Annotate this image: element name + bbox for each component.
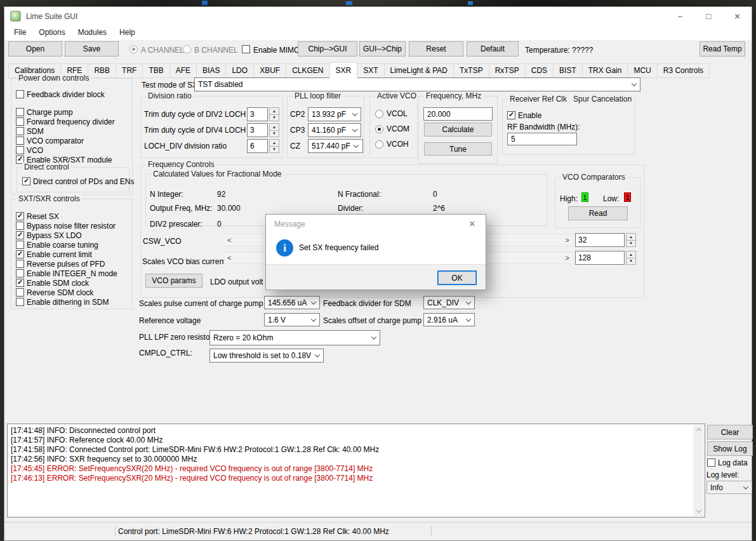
clear-log-button[interactable]: Clear (707, 425, 753, 439)
checkbox-row[interactable]: Reset SX (16, 212, 132, 220)
checkbox-row[interactable]: Enable SDM clock (16, 279, 132, 287)
show-log-button[interactable]: Show Log (707, 441, 753, 456)
tab[interactable]: BIST (553, 63, 583, 78)
ok-button[interactable]: OK (437, 270, 477, 285)
reference-voltage-select[interactable]: 1.6 V (264, 313, 320, 326)
slider-left-arrow-icon[interactable]: < (227, 236, 231, 244)
radio-button[interactable] (375, 140, 383, 149)
minimize-icon[interactable]: – (666, 7, 694, 25)
save-button[interactable]: Save (65, 41, 119, 57)
read-button[interactable]: Read (568, 206, 628, 220)
tab[interactable]: CLKGEN (286, 63, 329, 78)
tab[interactable]: TRX Gain (582, 63, 628, 78)
read-temp-button[interactable]: Read Temp (700, 41, 745, 57)
vco-bias-value[interactable]: 128 (575, 251, 625, 265)
checkbox[interactable] (16, 260, 24, 268)
log-data-checkbox-row[interactable]: Log data (707, 458, 748, 467)
tab[interactable]: MCU (627, 63, 657, 78)
checkbox[interactable] (16, 250, 24, 258)
tab[interactable]: LDO (225, 63, 254, 78)
default-button[interactable]: Default (467, 41, 519, 57)
tab[interactable]: TxTSP (453, 63, 489, 78)
tab[interactable]: SXR (329, 62, 358, 78)
spinner-down-icon[interactable]: ▼ (269, 146, 279, 154)
checkbox[interactable] (16, 288, 24, 297)
chip-to-gui-button[interactable]: Chip-->GUI (298, 41, 357, 57)
menu-item[interactable]: File (8, 25, 32, 40)
menu-item[interactable]: Help (113, 25, 142, 40)
b-channel-radio[interactable] (183, 45, 191, 53)
scrollbar-down-icon[interactable] (693, 506, 704, 516)
tab[interactable]: XBUF (253, 63, 286, 78)
tab[interactable]: RxTSP (489, 63, 526, 78)
checkbox[interactable] (22, 177, 30, 185)
spinner-value[interactable]: 3 (247, 107, 268, 121)
log-level-select[interactable]: Info (706, 481, 752, 494)
combo-select[interactable]: 517.440 pF (308, 139, 363, 153)
combo-select[interactable]: 13.932 pF (308, 107, 361, 121)
checkbox-row[interactable]: Enable coarse tuning (16, 241, 132, 249)
maximize-icon[interactable]: □ (694, 7, 723, 25)
csw-vco-value[interactable]: 32 (575, 233, 625, 247)
enable-mimo-checkbox[interactable] (242, 45, 250, 53)
checkbox[interactable] (16, 269, 24, 277)
pll-lpf-zero-select[interactable]: Rzero = 20 kOhm (209, 330, 380, 345)
radio-row[interactable]: VCOL (375, 109, 417, 118)
spinner-down-icon[interactable]: ▼ (626, 258, 636, 265)
checkbox-row[interactable]: Reverse pulses of PFD (16, 260, 132, 268)
tab[interactable]: TBB (142, 63, 169, 78)
slider-left-arrow-icon[interactable]: < (227, 254, 231, 262)
radio-button[interactable] (375, 125, 383, 133)
gui-to-chip-button[interactable]: GUI-->Chip (359, 41, 406, 57)
close-icon[interactable]: ✕ (723, 7, 752, 25)
checkbox-row[interactable]: Feedback divider block (16, 90, 132, 98)
rf-bandwidth-input[interactable]: 5 (507, 133, 577, 145)
calculate-button[interactable]: Calculate (424, 123, 492, 137)
checkbox[interactable] (16, 212, 24, 220)
menu-item[interactable]: Modules (72, 25, 113, 40)
checkbox[interactable] (707, 458, 715, 467)
checkbox-row[interactable]: VCO comparator (16, 137, 132, 145)
test-mode-select[interactable]: TST disabled (194, 77, 640, 91)
a-channel-radio[interactable] (129, 45, 138, 53)
menu-item[interactable]: Options (32, 25, 71, 40)
log-scrollbar[interactable] (693, 425, 704, 516)
feedback-divider-select[interactable]: CLK_DIV (423, 296, 475, 309)
checkbox[interactable] (507, 111, 515, 119)
checkbox[interactable] (16, 108, 24, 116)
slider-right-arrow-icon[interactable]: > (566, 236, 569, 244)
tune-button[interactable]: Tune (424, 142, 492, 156)
cmplo-ctrl-select[interactable]: Low threshold is set to 0.18V (209, 349, 324, 363)
radio-row[interactable]: VCOM (375, 124, 417, 133)
tab[interactable]: R3 Controls (657, 63, 710, 78)
spinner-down-icon[interactable]: ▼ (269, 114, 279, 122)
scrollbar-up-icon[interactable] (693, 425, 704, 435)
checkbox-row[interactable]: Charge pump (16, 108, 132, 116)
checkbox[interactable] (16, 222, 24, 230)
checkbox-row[interactable]: Enable INTEGER_N mode (16, 269, 132, 277)
enable-spur-checkbox-row[interactable]: Enable (507, 111, 634, 119)
tab[interactable]: SXT (357, 63, 384, 78)
checkbox[interactable] (16, 117, 24, 126)
spinner-down-icon[interactable]: ▼ (626, 240, 636, 248)
combo-select[interactable]: 41.160 pF (308, 123, 361, 137)
tab[interactable]: AFE (169, 63, 197, 78)
checkbox-row[interactable]: Direct control of PDs and ENs (22, 177, 129, 185)
checkbox[interactable] (16, 90, 24, 98)
charge-pump-current-select[interactable]: 145.656 uA (264, 296, 320, 309)
checkbox[interactable] (16, 231, 24, 239)
checkbox[interactable] (16, 241, 24, 249)
radio-button[interactable] (375, 110, 383, 118)
tab[interactable]: LimeLight & PAD (384, 63, 454, 78)
checkbox-row[interactable]: Enable current limit (16, 250, 132, 258)
checkbox-row[interactable]: Bypass SX LDO (16, 231, 132, 239)
spinner-down-icon[interactable]: ▼ (269, 130, 279, 138)
offset-charge-pump-select[interactable]: 2.916 uA (423, 313, 475, 326)
radio-row[interactable]: VCOH (375, 140, 417, 149)
checkbox-row[interactable]: Reverse SDM clock (16, 288, 132, 297)
frequency-input[interactable]: 20.000 (423, 107, 493, 121)
checkbox[interactable] (16, 127, 24, 135)
reset-button[interactable]: Reset (409, 41, 463, 57)
dialog-close-icon[interactable]: ✕ (459, 215, 486, 232)
vco-params-button[interactable]: VCO params (145, 274, 202, 288)
